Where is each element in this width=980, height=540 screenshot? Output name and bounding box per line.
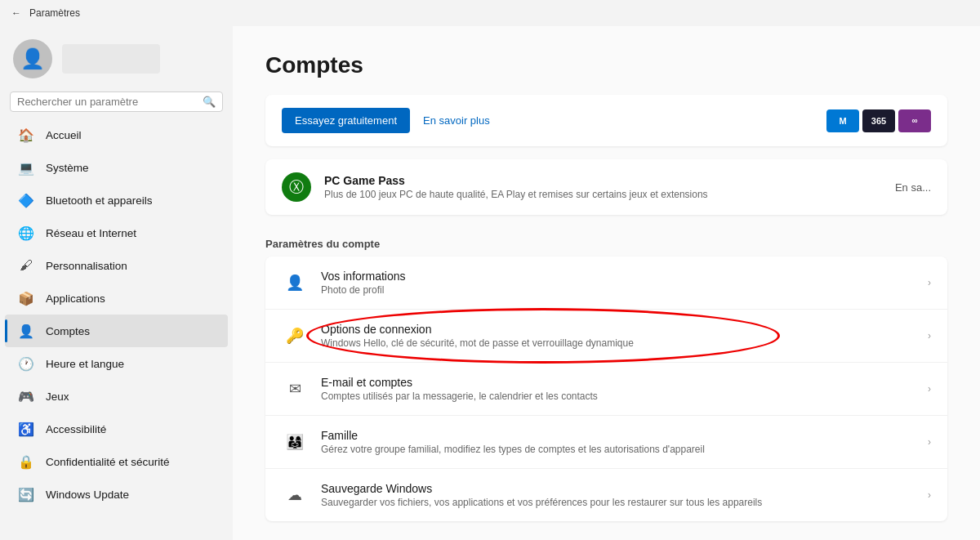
profile-name-box: [62, 44, 160, 74]
nav-label-applications: Applications: [46, 292, 105, 305]
game-pass-card[interactable]: Ⓧ PC Game Pass Plus de 100 jeux PC de ha…: [265, 159, 947, 215]
settings-icon-email-comptes: ✉: [282, 376, 308, 402]
settings-item-vos-informations[interactable]: 👤 Vos informations Photo de profil ›: [265, 257, 947, 310]
nav-icon-jeux: 🎮: [18, 388, 34, 404]
nav-icon-applications: 📦: [18, 290, 34, 306]
nav-icon-windowsupdate: 🔄: [18, 486, 34, 502]
nav-label-systeme: Système: [46, 162, 89, 174]
sidebar-item-personnalisation[interactable]: 🖌 Personnalisation: [5, 249, 228, 282]
settings-subtitle-options-connexion: Windows Hello, clé de sécurité, mot de p…: [321, 337, 634, 349]
settings-icon-vos-informations: 👤: [282, 270, 308, 296]
back-button[interactable]: ←: [10, 7, 23, 20]
nav-icon-accessibilite: ♿: [18, 421, 34, 437]
promo-banner: Essayez gratuitement En savoir plus M 36…: [265, 95, 947, 146]
settings-text-email-comptes: E-mail et comptes Comptes utilisés par l…: [321, 376, 598, 402]
nav-icon-reseau: 🌐: [18, 225, 34, 241]
nav-label-accueil: Accueil: [46, 129, 82, 141]
nav-label-bluetooth: Bluetooth et appareils: [46, 194, 153, 207]
settings-list: 👤 Vos informations Photo de profil › 🔑 O…: [265, 257, 947, 521]
sidebar-item-accessibilite[interactable]: ♿ Accessibilité: [5, 413, 228, 445]
settings-title-options-connexion: Options de connexion: [321, 323, 634, 336]
page-title: Comptes: [265, 52, 947, 78]
settings-icon-sauvegarde: ☁: [282, 482, 308, 508]
settings-subtitle-vos-informations: Photo de profil: [321, 284, 406, 296]
settings-icon-options-connexion: 🔑: [282, 323, 308, 349]
learn-more-link[interactable]: En savoir plus: [423, 114, 490, 127]
nav-icon-bluetooth: 🔷: [18, 192, 34, 208]
promo-logo-1: M: [826, 109, 859, 132]
settings-title-sauvegarde: Sauvegarde Windows: [321, 482, 762, 495]
promo-logo-3: ∞: [898, 109, 931, 132]
search-input[interactable]: [17, 96, 198, 108]
nav-label-accessibilite: Accessibilité: [46, 423, 106, 435]
settings-title-famille: Famille: [321, 429, 705, 442]
titlebar-title: Paramètres: [29, 7, 80, 19]
nav-label-personnalisation: Personnalisation: [46, 260, 127, 272]
settings-text-famille: Famille Gérez votre groupe familial, mod…: [321, 429, 705, 455]
search-box[interactable]: 🔍: [10, 91, 223, 112]
xbox-logo: Ⓧ: [289, 177, 304, 197]
search-container: 🔍: [0, 88, 233, 118]
nav-label-windowsupdate: Windows Update: [46, 489, 129, 501]
nav-icon-accueil: 🏠: [18, 127, 34, 143]
sidebar-item-systeme[interactable]: 💻 Système: [5, 151, 228, 184]
sidebar-item-applications[interactable]: 📦 Applications: [5, 282, 228, 315]
sidebar-item-jeux[interactable]: 🎮 Jeux: [5, 380, 228, 413]
settings-item-sauvegarde[interactable]: ☁ Sauvegarde Windows Sauvegarder vos fic…: [265, 469, 947, 521]
nav-icon-comptes: 👤: [18, 323, 34, 339]
settings-text-vos-informations: Vos informations Photo de profil: [321, 270, 406, 296]
settings-text-sauvegarde: Sauvegarde Windows Sauvegarder vos fichi…: [321, 482, 762, 508]
sidebar-item-accueil[interactable]: 🏠 Accueil: [5, 118, 228, 151]
settings-title-email-comptes: E-mail et comptes: [321, 376, 598, 389]
settings-arrow-options-connexion: ›: [928, 330, 931, 341]
sidebar-item-heure[interactable]: 🕐 Heure et langue: [5, 347, 228, 380]
try-free-button[interactable]: Essayez gratuitement: [282, 108, 410, 133]
settings-text-options-connexion: Options de connexion Windows Hello, clé …: [321, 323, 634, 349]
sidebar-item-bluetooth[interactable]: 🔷 Bluetooth et appareils: [5, 184, 228, 216]
settings-item-options-connexion[interactable]: 🔑 Options de connexion Windows Hello, cl…: [265, 310, 947, 363]
titlebar: ← Paramètres: [0, 0, 980, 26]
sidebar-item-comptes[interactable]: 👤 Comptes: [5, 315, 228, 347]
settings-subtitle-sauvegarde: Sauvegarder vos fichiers, vos applicatio…: [321, 497, 762, 508]
settings-icon-famille: 👨‍👩‍👧: [282, 429, 308, 455]
avatar[interactable]: 👤: [13, 39, 52, 78]
promo-logo-2: 365: [862, 109, 895, 132]
nav-icon-heure: 🕐: [18, 355, 34, 372]
settings-title-vos-informations: Vos informations: [321, 270, 406, 283]
profile-area: 👤: [0, 26, 233, 88]
main-content: Comptes Essayez gratuitement En savoir p…: [233, 26, 980, 540]
search-icon: 🔍: [203, 96, 216, 108]
xbox-icon: Ⓧ: [282, 172, 311, 202]
promo-logos: M 365 ∞: [826, 109, 931, 132]
user-avatar-icon: 👤: [20, 47, 45, 70]
settings-subtitle-famille: Gérez votre groupe familial, modifiez le…: [321, 444, 705, 455]
settings-arrow-email-comptes: ›: [928, 383, 931, 395]
nav-label-jeux: Jeux: [46, 390, 69, 403]
sidebar-item-confidentialite[interactable]: 🔒 Confidentialité et sécurité: [5, 445, 228, 478]
section-title: Paramètres du compte: [265, 231, 947, 253]
game-pass-text: PC Game Pass Plus de 100 jeux PC de haut…: [324, 174, 708, 200]
settings-arrow-sauvegarde: ›: [928, 489, 931, 501]
promo-actions: Essayez gratuitement En savoir plus: [282, 108, 490, 133]
nav-icon-systeme: 💻: [18, 159, 34, 176]
game-pass-description: Plus de 100 jeux PC de haute qualité, EA…: [324, 189, 708, 200]
settings-item-famille[interactable]: 👨‍👩‍👧 Famille Gérez votre groupe familia…: [265, 416, 947, 469]
settings-subtitle-email-comptes: Comptes utilisés par la messagerie, le c…: [321, 390, 598, 402]
game-pass-action: En sa...: [895, 181, 931, 194]
settings-arrow-vos-informations: ›: [928, 277, 931, 288]
nav-label-reseau: Réseau et Internet: [46, 227, 136, 239]
app-layout: 👤 🔍 🏠 Accueil 💻 Système 🔷 Bluetooth et a…: [0, 26, 980, 540]
nav-icon-confidentialite: 🔒: [18, 453, 34, 470]
settings-arrow-famille: ›: [928, 436, 931, 448]
sidebar-item-reseau[interactable]: 🌐 Réseau et Internet: [5, 216, 228, 249]
sidebar: 👤 🔍 🏠 Accueil 💻 Système 🔷 Bluetooth et a…: [0, 26, 233, 540]
game-pass-name: PC Game Pass: [324, 174, 708, 187]
nav-icon-personnalisation: 🖌: [18, 257, 34, 274]
sidebar-item-windowsupdate[interactable]: 🔄 Windows Update: [5, 478, 228, 511]
nav-label-heure: Heure et langue: [46, 358, 124, 370]
nav-label-confidentialite: Confidentialité et sécurité: [46, 456, 170, 468]
nav-list: 🏠 Accueil 💻 Système 🔷 Bluetooth et appar…: [0, 118, 233, 511]
settings-item-email-comptes[interactable]: ✉ E-mail et comptes Comptes utilisés par…: [265, 363, 947, 416]
nav-label-comptes: Comptes: [46, 325, 90, 337]
